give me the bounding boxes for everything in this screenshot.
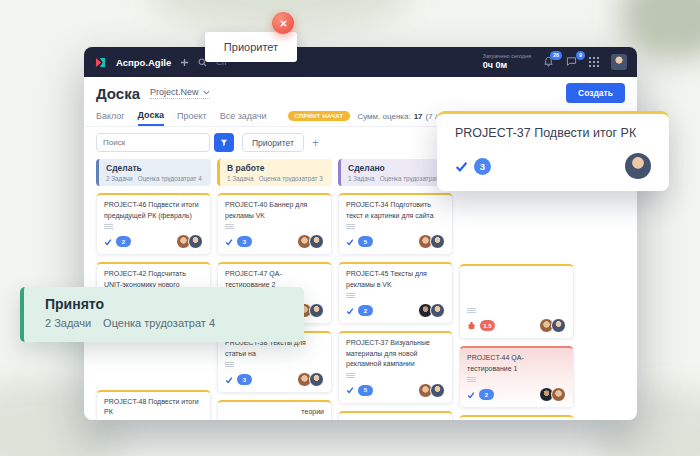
tab-project[interactable]: Проект (177, 107, 207, 125)
add-filter-button[interactable]: + (312, 137, 319, 149)
apps-grid-icon[interactable] (589, 57, 599, 67)
bug-icon (467, 321, 476, 330)
task-footer: 2 (104, 234, 203, 249)
task-footer: 3 (225, 372, 324, 387)
assignee-avatars (542, 318, 566, 333)
assignee-avatars (421, 303, 445, 318)
sprint-score-label: Сумм. оценка: (357, 112, 410, 121)
check-icon (346, 386, 354, 394)
brand-name: Аспро.Agile (116, 57, 171, 68)
check-icon (346, 238, 354, 246)
avatar (309, 303, 324, 318)
time-tracker[interactable]: Затрачено сегодня 0ч 0м (483, 53, 531, 70)
estimate-badge: 2 (358, 305, 373, 316)
column-name: В работе (227, 163, 325, 173)
task-card[interactable]: PROJECT-40 Баннер для рекламы VK3 (217, 193, 332, 255)
messages-chat-icon[interactable]: 9 (566, 56, 577, 67)
board-column: 1.5PROJECT-44 QA-тестирование 12PROJECT-… (459, 159, 574, 420)
task-popup-footer: 3 (455, 153, 651, 179)
tab-backlog[interactable]: Баклог (96, 107, 125, 125)
estimate-badge: 5 (358, 385, 373, 396)
accepted-column-panel: Принято 2 Задачи Оценка трудозатрат 4 (20, 287, 304, 342)
task-card[interactable]: PROJECT-37 Визуальные материалы для ново… (338, 331, 453, 404)
task-popup-card[interactable]: PROJECT-37 Подвести итог РК 3 (437, 111, 669, 191)
project-selector-value: Project.New (150, 87, 199, 97)
avatar (430, 234, 445, 249)
task-card[interactable]: 1.5 (459, 264, 574, 339)
assignee-avatars (421, 383, 445, 398)
column-header[interactable]: Сделано1 Задача Оценка трудозатрат (338, 159, 453, 186)
description-icon (467, 308, 476, 313)
sprint-score-value: 17 (414, 112, 423, 121)
avatar (430, 383, 445, 398)
task-title: PROJECT-46 Подвести итоги предыдущей РК … (104, 200, 203, 221)
priority-tooltip: Приоритет (205, 32, 297, 62)
board-column: Сделано1 Задача Оценка трудозатратPROJEC… (338, 159, 453, 420)
tab-all-tasks[interactable]: Все задачи (220, 107, 267, 125)
task-card[interactable]: PROJECT-34 Подготовить текст и картинки … (338, 193, 453, 255)
task-footer: 3 (225, 234, 324, 249)
task-card[interactable]: PROJECT-23 Итоги РК5 (338, 411, 453, 421)
task-card[interactable]: PROJECT-48 Подвести итоги РК2 (96, 390, 211, 421)
description-icon (346, 293, 355, 298)
assignee-avatars (300, 234, 324, 249)
navbar-right: Затрачено сегодня 0ч 0м 26 9 (483, 53, 627, 70)
create-button[interactable]: Создать (566, 83, 625, 103)
accepted-estimate: Оценка трудозатрат 4 (103, 317, 215, 329)
task-title: PROJECT-44 QA-тестирование 1 (467, 353, 566, 374)
filter-button[interactable] (214, 133, 234, 152)
check-icon (104, 238, 112, 246)
notifications-bell-icon[interactable]: 26 (543, 56, 554, 67)
estimate-badge: 2 (116, 236, 131, 247)
user-avatar[interactable] (611, 54, 627, 70)
avatar (551, 387, 566, 402)
avatar (551, 318, 566, 333)
task-card[interactable]: PROJECT-45 Тексты для рекламы в VK2 (338, 262, 453, 324)
priority-filter-chip[interactable]: Приоритет (242, 133, 304, 152)
column-header[interactable]: Сделать2 Задачи Оценка трудозатрат 4 (96, 159, 211, 186)
column-header[interactable]: В работе1 Задача Оценка трудозатрат 3 (217, 159, 332, 186)
description-icon (225, 362, 234, 367)
screen: Аспро.Agile Сп Затрачено сегодня 0ч 0м 2… (0, 0, 700, 456)
task-title: PROJECT-23 Итоги РК (346, 418, 445, 421)
task-card[interactable]: PROJECT-46 Подвести итоги предыдущей РК … (96, 193, 211, 255)
tab-board[interactable]: Доска (138, 106, 164, 126)
task-footer: 5 (346, 383, 445, 398)
assignee-avatars (542, 387, 566, 402)
search-input[interactable] (96, 133, 210, 152)
check-icon (225, 238, 233, 246)
assignee-avatars (421, 234, 445, 249)
notifications-count-badge: 26 (550, 51, 562, 60)
estimate-badge: 3 (474, 158, 491, 175)
task-card[interactable]: PROJECT-44 QA-тестирование 12 (459, 346, 574, 408)
task-footer: 2 (346, 303, 445, 318)
task-title (467, 271, 566, 305)
accepted-column-meta: 2 Задачи Оценка трудозатрат 4 (45, 317, 304, 329)
description-icon (346, 373, 355, 378)
sprint-status-badge: СПРИНТ НАЧАТ (288, 111, 351, 121)
accepted-task-count: 2 Задачи (45, 317, 91, 329)
estimate-badge: 3 (237, 236, 252, 247)
page-header: Доска Project.New Создать (84, 77, 637, 106)
description-icon (104, 224, 113, 229)
task-footer: 1.5 (467, 318, 566, 333)
project-selector[interactable]: Project.New (150, 87, 210, 99)
priority-tooltip-label: Приоритет (224, 41, 278, 53)
estimate-badge: 3 (237, 374, 252, 385)
avatar (309, 234, 324, 249)
estimate-badge: 2 (479, 389, 494, 400)
column-meta: 1 Задача Оценка трудозатрат (348, 175, 446, 182)
close-icon[interactable] (272, 12, 294, 34)
task-title: PROJECT-40 Баннер для рекламы VK (225, 200, 324, 221)
description-icon (225, 224, 234, 229)
top-navbar: Аспро.Agile Сп Затрачено сегодня 0ч 0м 2… (84, 47, 637, 77)
check-icon (455, 160, 468, 173)
add-icon[interactable] (180, 58, 189, 67)
task-card[interactable]: теории3 (217, 400, 332, 420)
assignee-avatar (625, 153, 651, 179)
assignee-avatars (179, 234, 203, 249)
avatar (430, 303, 445, 318)
avatar (309, 372, 324, 387)
check-icon (346, 307, 354, 315)
task-card[interactable]: PROJECT-28 Визуализация для презентации5 (459, 415, 574, 420)
